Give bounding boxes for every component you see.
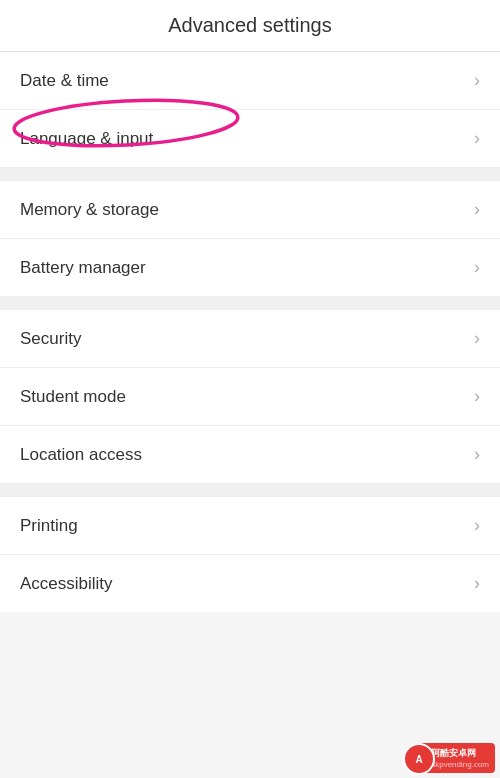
watermark-logo-icon: A (403, 743, 435, 775)
page-title: Advanced settings (168, 14, 331, 36)
settings-group-2: Memory & storage › Battery manager › (0, 181, 500, 296)
watermark-line1: 阿酷安卓网 (431, 747, 489, 760)
page-header: Advanced settings (0, 0, 500, 52)
chevron-icon: › (474, 328, 480, 349)
settings-item-language-input[interactable]: Language & input › (0, 110, 500, 167)
settings-group-4: Printing › Accessibility › (0, 497, 500, 612)
settings-group-3: Security › Student mode › Location acces… (0, 310, 500, 483)
settings-item-location-access[interactable]: Location access › (0, 426, 500, 483)
divider-2 (0, 296, 500, 310)
language-input-label: Language & input (20, 129, 153, 149)
printing-label: Printing (20, 516, 78, 536)
chevron-icon: › (474, 70, 480, 91)
date-time-label: Date & time (20, 71, 109, 91)
chevron-icon: › (474, 444, 480, 465)
accessibility-label: Accessibility (20, 574, 113, 594)
chevron-icon: › (474, 573, 480, 594)
settings-item-security[interactable]: Security › (0, 310, 500, 368)
settings-item-accessibility[interactable]: Accessibility › (0, 555, 500, 612)
settings-item-student-mode[interactable]: Student mode › (0, 368, 500, 426)
watermark-line2: akpvending.com (431, 760, 489, 769)
settings-item-battery-manager[interactable]: Battery manager › (0, 239, 500, 296)
battery-manager-label: Battery manager (20, 258, 146, 278)
settings-item-printing[interactable]: Printing › (0, 497, 500, 555)
chevron-icon: › (474, 128, 480, 149)
watermark-text-block: 阿酷安卓网 akpvending.com (431, 747, 489, 769)
divider-1 (0, 167, 500, 181)
divider-3 (0, 483, 500, 497)
chevron-icon: › (474, 386, 480, 407)
chevron-icon: › (474, 515, 480, 536)
chevron-icon: › (474, 199, 480, 220)
settings-item-date-time[interactable]: Date & time › (0, 52, 500, 110)
student-mode-label: Student mode (20, 387, 126, 407)
watermark: A 阿酷安卓网 akpvending.com (415, 743, 495, 773)
security-label: Security (20, 329, 81, 349)
settings-item-memory-storage[interactable]: Memory & storage › (0, 181, 500, 239)
chevron-icon: › (474, 257, 480, 278)
settings-group-1: Date & time › Language & input › (0, 52, 500, 167)
svg-text:A: A (415, 754, 422, 765)
settings-container: Date & time › Language & input › Memory … (0, 52, 500, 612)
memory-storage-label: Memory & storage (20, 200, 159, 220)
location-access-label: Location access (20, 445, 142, 465)
